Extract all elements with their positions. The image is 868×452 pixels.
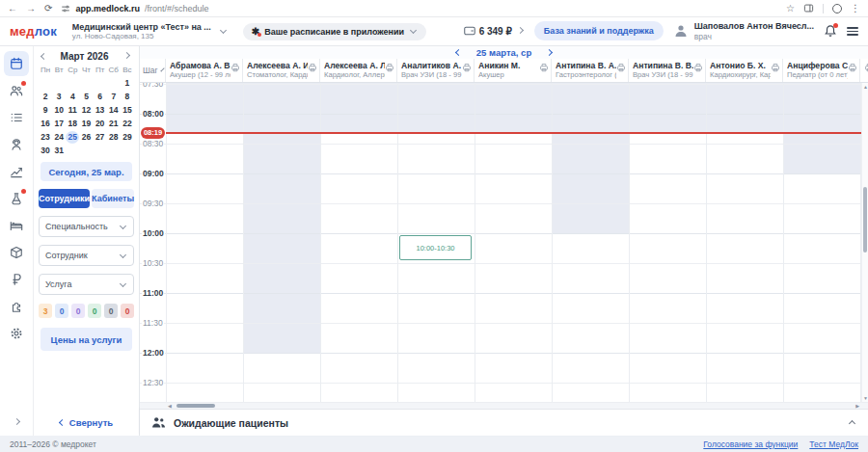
nav-lab-icon[interactable] xyxy=(4,186,29,211)
calendar-day[interactable]: 4 xyxy=(66,91,79,103)
clinic-switcher[interactable]: Медицинский центр «Тест» на ... ул. Ново… xyxy=(72,22,211,41)
hscroll-thumb[interactable] xyxy=(176,404,215,408)
print-icon[interactable] xyxy=(616,63,626,72)
print-icon[interactable] xyxy=(539,63,549,72)
filter-select[interactable]: Услуга xyxy=(39,274,134,295)
address-bar[interactable]: app.medlock.ru/front/#/schedule xyxy=(61,4,208,13)
horizontal-scrollbar[interactable]: ◀ ▶ xyxy=(140,402,868,409)
nav-analytics-icon[interactable] xyxy=(4,159,29,184)
forward-icon[interactable]: → xyxy=(26,4,36,13)
print-icon[interactable] xyxy=(308,63,317,72)
calendar-day[interactable]: 27 xyxy=(94,131,107,144)
current-date-label[interactable]: 25 марта, ср xyxy=(476,47,531,58)
count-badge[interactable]: 0 xyxy=(55,304,68,318)
doctor-column-header[interactable]: Антипина В. В.Врач УЗИ (18 - 99 л... xyxy=(629,59,706,82)
medlock-logo[interactable]: медлок xyxy=(10,24,57,39)
print-icon[interactable] xyxy=(462,63,472,72)
nav-settings-gear-icon[interactable] xyxy=(4,321,29,346)
filter-select[interactable]: Сотрудник xyxy=(39,245,134,266)
today-button[interactable]: Сегодня, 25 мар. xyxy=(41,162,132,181)
next-day-icon[interactable] xyxy=(546,49,553,56)
doctor-column-header[interactable]: Анциферова С. Е.Педиатр (от 0 лет) xyxy=(783,59,860,82)
print-icon[interactable] xyxy=(848,63,857,72)
count-badge[interactable]: 0 xyxy=(104,304,118,318)
nav-call-center-icon[interactable] xyxy=(4,132,29,157)
appointment-slot[interactable]: 10:00-10:30 xyxy=(399,235,472,260)
print-icon[interactable] xyxy=(864,63,868,72)
doctor-column-header[interactable]: Антонио Б. Х.Кардиохирург, Кард... xyxy=(706,59,783,82)
service-prices-button[interactable]: Цены на услуги xyxy=(41,328,132,351)
calendar-day[interactable]: 2 xyxy=(39,91,52,103)
calendar-day[interactable]: 11 xyxy=(66,104,79,117)
footer-link[interactable]: Голосование за функции xyxy=(703,439,798,449)
calendar-day[interactable]: 10 xyxy=(52,104,66,117)
calendar-prev-month-icon[interactable] xyxy=(41,53,47,60)
doctor-column-header[interactable]: Абрамова А. В.Акушер (12 - 99 лет... xyxy=(166,59,243,82)
count-badge[interactable]: 0 xyxy=(88,304,101,318)
calendar-day[interactable]: 25 xyxy=(66,131,79,144)
nav-tasks-icon[interactable] xyxy=(4,105,29,130)
waiting-patients-bar[interactable]: Ожидающие пациенты xyxy=(140,409,868,436)
count-badge[interactable]: 0 xyxy=(71,304,85,318)
calendar-day[interactable]: 15 xyxy=(121,104,134,117)
calendar-day[interactable]: 12 xyxy=(79,104,93,117)
step-selector[interactable]: Шаг xyxy=(140,59,166,82)
collapse-waiting-chevron-icon[interactable] xyxy=(849,420,855,427)
doctor-column-header[interactable]: Аналитиков А. А.Врач УЗИ (18 - 99 л... xyxy=(397,59,475,82)
doctor-column-header[interactable]: АнТе xyxy=(860,59,868,82)
vertical-scrollbar[interactable]: ▲▼ xyxy=(861,83,868,402)
expand-rail-chevron-icon[interactable] xyxy=(0,417,33,428)
calendar-day[interactable]: 19 xyxy=(79,118,93,130)
reload-icon[interactable]: ⟳ xyxy=(44,4,52,13)
bookmark-star-icon[interactable]: ☆ xyxy=(786,4,795,13)
nav-integrations-puzzle-icon[interactable] xyxy=(4,294,29,319)
prev-day-icon[interactable] xyxy=(455,49,462,56)
calendar-day[interactable]: 17 xyxy=(52,118,66,130)
browser-profile-icon[interactable] xyxy=(832,4,842,13)
calendar-day[interactable]: 24 xyxy=(52,131,66,144)
calendar-day[interactable]: 30 xyxy=(39,145,52,157)
back-icon[interactable]: ← xyxy=(8,4,17,13)
notifications-bell-icon[interactable] xyxy=(824,24,837,38)
calendar-day[interactable]: 14 xyxy=(107,104,121,117)
collapse-panel-button[interactable]: Свернуть xyxy=(34,417,139,428)
browser-menu-icon[interactable]: ⋮ xyxy=(851,4,860,13)
nav-patients-icon[interactable] xyxy=(4,78,29,103)
tab-Кабинеты[interactable]: Кабинеты xyxy=(92,189,134,208)
count-badge[interactable]: 0 xyxy=(121,304,134,318)
calendar-day[interactable]: 5 xyxy=(79,91,93,103)
doctor-column-header[interactable]: Аникин М.Акушер xyxy=(475,59,552,82)
nav-schedule-calendar-icon[interactable] xyxy=(4,51,29,76)
user-menu[interactable]: Шаповалов Антон Вячесл... врач xyxy=(673,21,814,41)
print-icon[interactable] xyxy=(231,63,240,72)
side-panel-icon[interactable] xyxy=(803,3,814,13)
print-icon[interactable] xyxy=(385,63,394,72)
schedule-grid[interactable]: 07:3008:0008:3009:0009:3010:0010:3011:00… xyxy=(140,83,868,402)
calendar-day[interactable]: 18 xyxy=(66,118,79,130)
calendar-day[interactable]: 9 xyxy=(39,104,52,117)
calendar-next-month-icon[interactable] xyxy=(123,52,130,59)
vscroll-thumb[interactable] xyxy=(863,187,867,253)
calendar-day[interactable]: 1 xyxy=(121,77,134,90)
count-badge[interactable]: 3 xyxy=(39,304,52,318)
calendar-day[interactable]: 8 xyxy=(121,91,134,103)
doctor-column-header[interactable]: Антипина В. А.Гастроэнтеролог (1... xyxy=(552,59,629,82)
calendar-day[interactable]: 23 xyxy=(39,131,52,144)
calendar-day[interactable]: 22 xyxy=(121,118,134,130)
doctor-column-header[interactable]: Алексеева А. И.Стоматолог, Карди... xyxy=(243,59,320,82)
nav-inpatient-bed-icon[interactable] xyxy=(4,213,29,238)
nav-payments-ruble-icon[interactable] xyxy=(4,267,29,292)
print-icon[interactable] xyxy=(693,63,703,72)
calendar-day[interactable]: 7 xyxy=(107,91,121,103)
nav-inventory-icon[interactable] xyxy=(4,240,29,265)
doctor-column-header[interactable]: Алексеева А. Л.Кардиолог, Аллерго... xyxy=(320,59,397,82)
print-icon[interactable] xyxy=(771,63,780,72)
footer-link[interactable]: Тест МедЛок xyxy=(809,439,858,449)
calendar-day[interactable]: 3 xyxy=(52,91,66,103)
calendar-day[interactable]: 13 xyxy=(94,104,107,117)
calendar-day[interactable]: 26 xyxy=(79,131,93,144)
hamburger-menu-icon[interactable] xyxy=(847,25,858,39)
filter-select[interactable]: Специальность xyxy=(39,216,134,237)
calendar-day[interactable]: 28 xyxy=(107,131,121,144)
chevron-down-icon[interactable] xyxy=(220,27,227,34)
